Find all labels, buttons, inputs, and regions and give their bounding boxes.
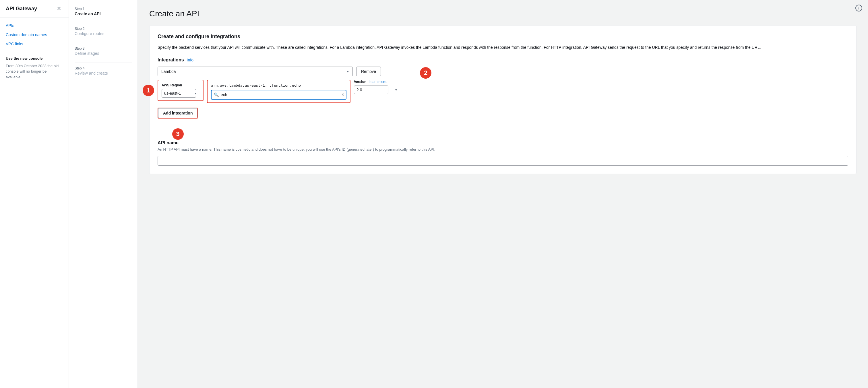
card-description: Specify the backend services that your A… — [158, 44, 848, 51]
config-outer-wrapper: 2 1 AWS Region us — [158, 80, 848, 103]
version-label-row: Version Learn more. — [354, 80, 400, 84]
integration-type-dropdown-wrapper: Lambda — [158, 67, 353, 76]
sidebar-item-apis[interactable]: APIs — [0, 21, 69, 30]
integration-type-select-wrapper: Lambda — [158, 67, 353, 76]
step-4-label: Step 4 — [74, 66, 132, 70]
lambda-search-clear-button[interactable]: × — [342, 92, 344, 97]
add-integration-wrapper: Add integration 3 — [158, 108, 198, 125]
search-icon: 🔍 — [214, 92, 219, 97]
step-3-title: Define stages — [74, 51, 132, 56]
sidebar-notice-text: From 30th October 2023 the old console w… — [6, 63, 63, 80]
api-name-section: API name An HTTP API must have a name. T… — [158, 140, 848, 166]
integrations-info-link[interactable]: Info — [187, 58, 193, 62]
step-4-title: Review and create — [74, 71, 132, 75]
step-1-title: Create an API — [74, 11, 132, 16]
integration-type-select[interactable]: Lambda — [158, 67, 353, 76]
badge-3: 3 — [172, 128, 184, 140]
version-block: Version Learn more. 1.0 2.0 — [354, 80, 400, 94]
badge-2: 2 — [420, 67, 431, 78]
step-1: Step 1 Create an API — [74, 7, 132, 16]
sidebar-item-vpc-links[interactable]: VPC links — [0, 39, 69, 48]
integrations-section-header: Integrations Info — [158, 57, 848, 63]
api-name-title: API name — [158, 140, 848, 146]
version-select-wrapper: 1.0 2.0 — [354, 86, 400, 94]
integrations-card: Create and configure integrations Specif… — [149, 25, 857, 174]
integration-type-row: Lambda Remove — [158, 67, 848, 76]
step-divider-2 — [74, 43, 132, 43]
sidebar-close-button[interactable]: ✕ — [55, 5, 63, 12]
sidebar-notice-title: Use the new console — [6, 56, 63, 61]
aws-region-select-wrapper: us-east-1 us-east-2 us-west-1 us-west-2 — [162, 89, 199, 98]
add-integration-button[interactable]: Add integration — [158, 108, 197, 118]
lambda-search-input-wrapper: 🔍 × — [211, 90, 346, 100]
badge-2-wrapper: 2 — [420, 67, 431, 78]
card-title: Create and configure integrations — [158, 34, 848, 40]
step-2: Step 2 Configure routes — [74, 27, 132, 36]
step-divider-1 — [74, 23, 132, 23]
version-learn-more-link[interactable]: Learn more. — [369, 80, 387, 84]
sidebar-notice: Use the new console From 30th October 20… — [0, 53, 69, 82]
api-name-input[interactable] — [158, 156, 848, 166]
main-content: Step 1 Create an API Step 2 Configure ro… — [69, 0, 868, 388]
aws-region-block: AWS Region us-east-1 us-east-2 us-west-1… — [158, 80, 204, 101]
step-4: Step 4 Review and create — [74, 66, 132, 75]
aws-region-with-badge: 1 AWS Region us-east-1 us-east-2 us-west… — [158, 80, 204, 101]
lambda-search-block: arn:aws:lambda:us-east-1: :function:echo… — [207, 80, 350, 103]
api-name-description: An HTTP API must have a name. This name … — [158, 147, 848, 152]
step-2-title: Configure routes — [74, 31, 132, 36]
version-label: Version — [354, 80, 366, 84]
integrations-section-title: Integrations — [158, 57, 184, 63]
content-area: Create an API Create and configure integ… — [138, 0, 868, 388]
aws-region-select[interactable]: us-east-1 us-east-2 us-west-1 us-west-2 — [162, 89, 196, 98]
sidebar-nav: APIs Custom domain names VPC links Use t… — [0, 18, 69, 86]
remove-integration-button[interactable]: Remove — [356, 67, 381, 76]
config-row: 1 AWS Region us-east-1 us-east-2 us-west… — [158, 80, 848, 103]
info-circle-icon[interactable]: i — [856, 5, 862, 11]
sidebar-item-custom-domains[interactable]: Custom domain names — [0, 30, 69, 39]
sidebar: API Gateway ✕ APIs Custom domain names V… — [0, 0, 69, 388]
step-divider-3 — [74, 63, 132, 63]
step-1-label: Step 1 — [74, 7, 132, 11]
add-integration-btn-border: Add integration — [158, 108, 198, 119]
version-select[interactable]: 1.0 2.0 — [354, 86, 389, 94]
badge-1: 1 — [143, 85, 154, 96]
step-3-label: Step 3 — [74, 46, 132, 51]
lambda-arn-text: arn:aws:lambda:us-east-1: :function:echo — [211, 83, 346, 88]
aws-region-label: AWS Region — [162, 83, 199, 87]
step-3: Step 3 Define stages — [74, 46, 132, 56]
page-title: Create an API — [149, 9, 857, 19]
sidebar-divider — [6, 51, 63, 51]
step-2-label: Step 2 — [74, 27, 132, 31]
steps-panel: Step 1 Create an API Step 2 Configure ro… — [69, 0, 138, 388]
sidebar-header: API Gateway ✕ — [0, 0, 69, 18]
lambda-search-input[interactable] — [211, 90, 346, 100]
sidebar-title: API Gateway — [6, 6, 37, 12]
